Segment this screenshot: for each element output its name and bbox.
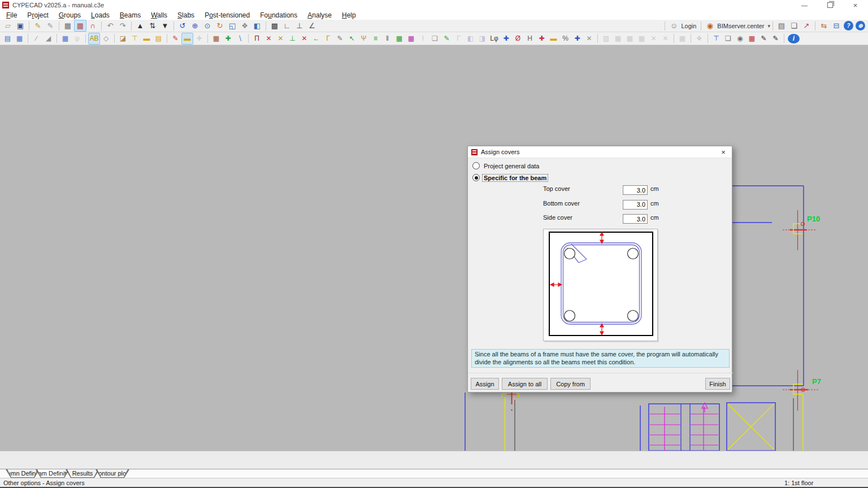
zoom-all-icon[interactable]: ⊕ xyxy=(189,20,201,32)
h-option-icon[interactable]: H xyxy=(524,33,536,45)
radio-specific-beam[interactable]: Specific for the beam xyxy=(472,173,732,182)
pencil-edit-icon[interactable]: ✎ xyxy=(758,33,770,45)
fire-resistance-icon[interactable]: ψ xyxy=(71,33,83,45)
menu-walls[interactable]: Walls xyxy=(146,11,172,20)
angle-snap-icon[interactable]: ∠ xyxy=(306,20,318,32)
menu-loads[interactable]: Loads xyxy=(86,11,115,20)
bimserver-button[interactable]: BIMserver.center xyxy=(717,23,764,29)
menu-beams[interactable]: Beams xyxy=(115,11,146,20)
group-down-icon[interactable]: ▼ xyxy=(159,20,171,32)
clear-x-icon[interactable]: ✕ xyxy=(583,33,595,45)
stairs-icon[interactable]: ∕ xyxy=(31,33,42,45)
maximize-button[interactable] xyxy=(817,0,843,10)
tab-contour-plots[interactable]: Contour plots xyxy=(96,469,129,478)
extend-beam-icon[interactable]: ↖ xyxy=(346,33,358,45)
current-floor-label[interactable]: 1: 1st floor xyxy=(784,480,813,486)
redraw-icon[interactable]: ↺ xyxy=(176,20,189,32)
align-verticals-icon[interactable]: ‖ xyxy=(381,33,393,45)
mesh-search-icon[interactable]: ▦ xyxy=(676,33,688,45)
group-up-icon[interactable]: ▲ xyxy=(134,20,146,32)
3d-box-icon[interactable]: ◪ xyxy=(117,33,129,45)
ibeam-icon[interactable]: I xyxy=(417,33,429,45)
pencil-edit2-icon[interactable]: ✎ xyxy=(770,33,782,45)
hollow-slab2-icon[interactable]: ◨ xyxy=(476,33,488,45)
bars-green-icon[interactable]: ≡ xyxy=(370,33,381,45)
radio-project-general[interactable]: Project general data xyxy=(472,162,732,170)
login-button[interactable]: Login xyxy=(681,23,696,29)
pan-hand-icon[interactable]: ❖ xyxy=(238,20,251,32)
group-select-icon[interactable]: ⇅ xyxy=(146,20,159,32)
window-layout-icon[interactable]: ⊟ xyxy=(830,20,843,32)
plus-red-icon[interactable]: ✚ xyxy=(536,33,548,45)
input-bottom-cover[interactable] xyxy=(623,200,648,210)
tag-icon[interactable]: ◇ xyxy=(100,33,112,45)
perpendicular-snap-icon[interactable]: ⊥ xyxy=(293,20,306,32)
drawing-canvas[interactable]: P10 P7 xyxy=(0,45,868,451)
minimize-button[interactable]: — xyxy=(792,0,817,10)
close-button[interactable]: × xyxy=(843,0,868,10)
panel-edit-icon[interactable]: ✎ xyxy=(441,33,453,45)
length-phi-icon[interactable]: Lφ xyxy=(488,33,500,45)
assign-left-icon[interactable]: ← xyxy=(310,33,322,45)
ortho-snap-icon[interactable]: ∟ xyxy=(281,20,293,32)
walkline-icon[interactable]: Ψ xyxy=(358,33,370,45)
menu-post-tensioned[interactable]: Post-tensioned xyxy=(199,11,255,20)
edit-box-icon[interactable]: ✎ xyxy=(334,33,346,45)
delete-beam-icon[interactable]: ✕ xyxy=(263,33,275,45)
menu-foundations[interactable]: Foundations xyxy=(255,11,302,20)
floor-view-icon[interactable]: ▤ xyxy=(2,33,14,45)
frame-corner-icon[interactable]: Γ xyxy=(453,33,465,45)
beam-section-icon[interactable]: Π xyxy=(251,33,263,45)
rebar-view-icon[interactable]: ▦ xyxy=(746,33,758,45)
texture-view-icon[interactable]: ▩ xyxy=(268,20,281,32)
print-preview-icon[interactable]: ❏ xyxy=(788,20,800,32)
redo-icon[interactable]: ↷ xyxy=(116,20,129,32)
plan-manager-icon[interactable]: ✎ xyxy=(44,20,57,32)
mesh-x2-icon[interactable]: ✕ xyxy=(659,33,671,45)
dialog-close-icon[interactable]: × xyxy=(715,148,732,156)
diagonal-line-icon[interactable]: ∖ xyxy=(234,33,246,45)
b-yellow-icon[interactable]: ▬ xyxy=(548,33,559,45)
reference-labels-icon[interactable]: AB xyxy=(88,33,100,45)
menu-groups[interactable]: Groups xyxy=(54,11,86,20)
mesh-tool2-icon[interactable]: ▦ xyxy=(624,33,636,45)
grid-green-icon[interactable]: ▦ xyxy=(393,33,405,45)
wall-icon[interactable]: ▦ xyxy=(210,33,222,45)
save-icon[interactable]: ▣ xyxy=(14,20,27,32)
radio-circle[interactable] xyxy=(472,162,480,169)
snap-magnet-icon[interactable]: ∩ xyxy=(86,20,99,32)
hand-tool-icon[interactable]: ❖ xyxy=(693,33,705,45)
beam-load-icon[interactable]: ⊤ xyxy=(129,33,141,45)
group-view-icon[interactable]: ▦ xyxy=(14,33,25,45)
print-icon[interactable]: ▤ xyxy=(775,20,788,32)
zoom-window-icon[interactable]: ◱ xyxy=(226,20,238,32)
input-top-cover[interactable] xyxy=(623,185,648,195)
finish-button[interactable]: Finish xyxy=(705,378,730,390)
beam-stairs-icon[interactable]: ▤ xyxy=(153,33,164,45)
mesh-tool3-icon[interactable]: ▦ xyxy=(636,33,648,45)
radio-circle-checked[interactable] xyxy=(472,174,480,181)
pipe-column-icon[interactable]: ⊤ xyxy=(710,33,722,45)
beam-define-icon[interactable]: ▬ xyxy=(141,33,153,45)
insert-beam-icon[interactable]: ⊥ xyxy=(287,33,298,45)
ramp-icon[interactable]: ◢ xyxy=(42,33,54,45)
assign-beam-icon[interactable]: ▬ xyxy=(181,33,193,45)
chevron-down-icon[interactable]: ▾ xyxy=(767,23,770,29)
layers-icon[interactable]: ▦ xyxy=(62,20,74,32)
menu-help[interactable]: Help xyxy=(337,11,361,20)
plus-blue-icon[interactable]: ✚ xyxy=(571,33,583,45)
tab-column-definition[interactable]: Column Definition xyxy=(6,469,40,478)
assign-to-all-button[interactable]: Assign to all xyxy=(502,378,548,390)
plan-edit-icon[interactable]: ✎ xyxy=(32,20,44,32)
export-share-icon[interactable]: ↗ xyxy=(800,20,813,32)
edit-beam-icon[interactable]: ✎ xyxy=(170,33,181,45)
copy-from-button[interactable]: Copy from xyxy=(550,378,591,390)
full-view-icon[interactable]: ◧ xyxy=(251,20,263,32)
menu-analyse[interactable]: Analyse xyxy=(302,11,337,20)
delete-box-icon[interactable]: ✕ xyxy=(298,33,310,45)
zoom-previous-icon[interactable]: ⊙ xyxy=(201,20,214,32)
input-side-cover[interactable] xyxy=(623,214,648,224)
update-download-icon[interactable]: ⇆ xyxy=(818,20,830,32)
open-file-icon[interactable]: ▱ xyxy=(2,20,14,32)
percent-icon[interactable]: % xyxy=(559,33,571,45)
